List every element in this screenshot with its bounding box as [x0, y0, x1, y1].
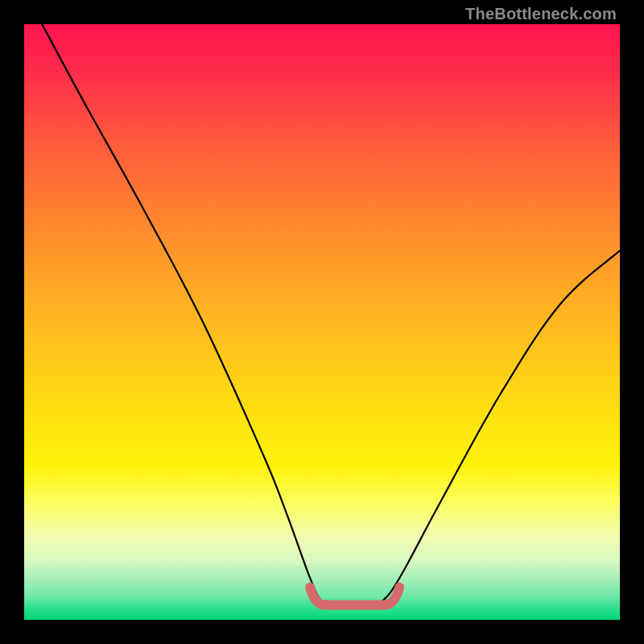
flat-region-highlight [310, 588, 399, 605]
chart-svg [24, 24, 620, 620]
plot-area [24, 24, 620, 620]
attribution-text: TheBottleneck.com [465, 5, 617, 23]
curve-path [42, 24, 620, 609]
chart-container: TheBottleneck.com [0, 0, 644, 644]
